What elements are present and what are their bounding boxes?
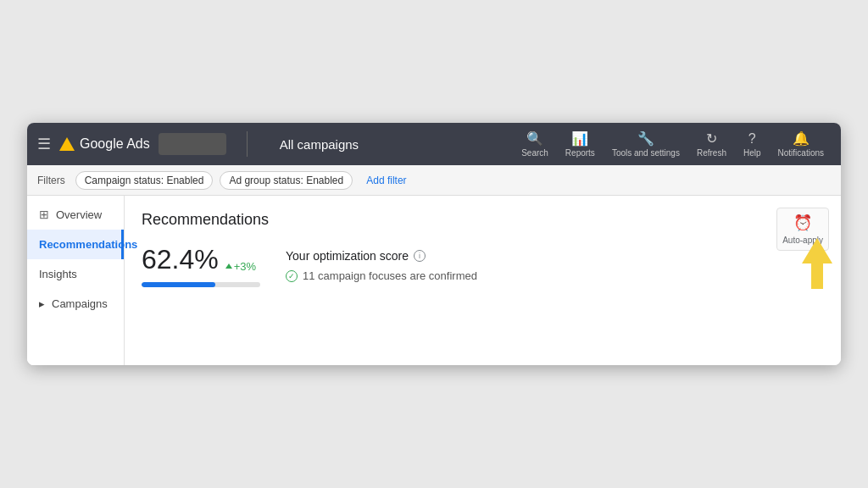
recommendations-label: Recommendations (39, 238, 137, 251)
expand-icon: ▸ (39, 297, 45, 310)
sidebar: ⊞ Overview Recommendations Insights ▸ Ca… (27, 196, 125, 365)
sidebar-item-recommendations[interactable]: Recommendations (27, 230, 124, 259)
refresh-icon: ↻ (706, 130, 717, 147)
filterbar: Filters Campaign status: Enabled Ad grou… (27, 165, 841, 196)
yellow-arrow-stem (811, 263, 823, 289)
score-value-row: 62.4% +3% (142, 244, 260, 275)
score-arrow-up-icon (225, 263, 232, 269)
score-title-row: Your optimization score i (286, 249, 477, 263)
check-icon (286, 270, 298, 282)
reports-label: Reports (565, 148, 595, 158)
search-button[interactable]: 🔍 Search (515, 125, 555, 163)
arrow-annotation (802, 238, 832, 289)
score-change: +3% (225, 260, 256, 273)
progress-bar-fill (142, 282, 215, 287)
progress-bar-container (142, 282, 260, 287)
overview-label: Overview (56, 208, 102, 221)
tools-button[interactable]: 🔧 Tools and settings (605, 125, 687, 163)
overview-icon: ⊞ (39, 208, 49, 221)
notifications-icon: 🔔 (793, 130, 810, 147)
notifications-label: Notifications (778, 148, 824, 158)
info-icon[interactable]: i (414, 250, 426, 262)
campaign-status-chip[interactable]: Campaign status: Enabled (75, 171, 214, 190)
score-right: Your optimization score i 11 campaign fo… (286, 244, 477, 282)
sidebar-item-insights[interactable]: Insights (27, 259, 124, 289)
add-filter-button[interactable]: Add filter (359, 172, 413, 189)
help-icon: ? (748, 131, 756, 147)
reports-icon: 📊 (571, 130, 588, 147)
score-left: 62.4% +3% (142, 244, 260, 287)
score-subtitle-row: 11 campaign focuses are confirmed (286, 269, 477, 282)
browser-window: ☰ Google Ads All campaigns 🔍 Search 📊 Re… (27, 123, 841, 365)
ads-logo-triangle (59, 137, 75, 151)
score-number: 62.4% (142, 244, 219, 275)
adgroup-status-chip[interactable]: Ad group status: Enabled (220, 171, 353, 190)
help-button[interactable]: ? Help (737, 126, 768, 163)
sidebar-item-overview[interactable]: ⊞ Overview (27, 199, 124, 230)
score-subtitle-text: 11 campaign focuses are confirmed (303, 269, 477, 282)
topbar: ☰ Google Ads All campaigns 🔍 Search 📊 Re… (27, 123, 841, 165)
google-ads-logo: Google Ads (59, 136, 150, 152)
topbar-left: ☰ Google Ads All campaigns (37, 131, 515, 157)
topbar-divider (247, 131, 248, 157)
tools-icon: 🔧 (637, 130, 654, 147)
app-name: Google Ads (80, 136, 150, 152)
account-selector[interactable] (159, 133, 226, 155)
page-title: Recommendations (142, 211, 824, 229)
score-change-value: +3% (234, 260, 256, 273)
score-title-text: Your optimization score (286, 249, 409, 263)
insights-label: Insights (39, 268, 77, 280)
all-campaigns-label: All campaigns (280, 137, 359, 152)
refresh-button[interactable]: ↻ Refresh (690, 125, 733, 163)
notifications-button[interactable]: 🔔 Notifications (771, 125, 831, 163)
search-label: Search (521, 148, 548, 158)
reports-button[interactable]: 📊 Reports (559, 125, 602, 163)
score-section: 62.4% +3% Your optimization score i (142, 244, 824, 287)
campaigns-label: Campaigns (52, 297, 108, 310)
search-icon: 🔍 (526, 130, 543, 147)
hamburger-icon[interactable]: ☰ (37, 135, 51, 153)
content-panel: Recommendations 62.4% +3% (125, 196, 841, 365)
yellow-arrow-up-icon (802, 238, 832, 263)
auto-apply-icon: ⏰ (793, 214, 812, 232)
topbar-right: 🔍 Search 📊 Reports 🔧 Tools and settings … (515, 125, 831, 163)
tools-label: Tools and settings (612, 148, 680, 158)
main-content: ⊞ Overview Recommendations Insights ▸ Ca… (27, 196, 841, 365)
sidebar-item-campaigns[interactable]: ▸ Campaigns (27, 289, 124, 319)
filters-label: Filters (37, 175, 65, 186)
help-label: Help (743, 148, 761, 158)
refresh-label: Refresh (697, 148, 726, 158)
